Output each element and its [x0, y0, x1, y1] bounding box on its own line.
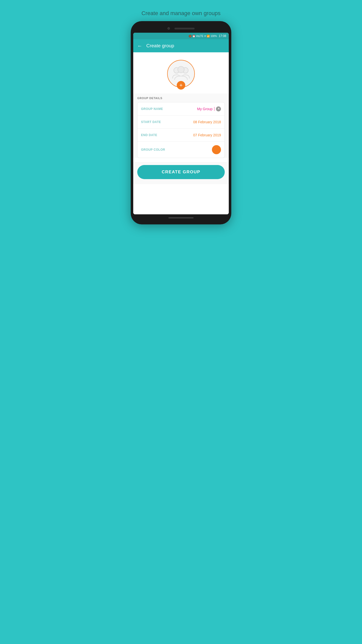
add-photo-button[interactable]: +	[177, 81, 185, 90]
phone-home-bar	[168, 217, 194, 218]
phone-camera	[167, 27, 170, 30]
create-button-section: CREATE GROUP	[133, 162, 229, 184]
section-label: GROUP DETAILS	[137, 97, 225, 100]
color-picker-dot[interactable]	[212, 145, 221, 154]
text-cursor	[214, 107, 215, 111]
group-color-row[interactable]: GROUP COLOR	[138, 142, 224, 158]
page-background-title: Create and manage own groups	[142, 10, 220, 17]
avatar-section: +	[133, 52, 229, 94]
start-date-value: 08 February 2018	[193, 120, 221, 124]
details-card: GROUP NAME My Group ✕ START DAT	[137, 102, 225, 158]
page-wrapper: Create and manage own groups 🔕 ⏰ VoLTE ⟳…	[128, 10, 234, 224]
phone-screen: 🔕 ⏰ VoLTE ⟳ 📶 100% 17:08 ← Create group	[133, 33, 229, 214]
status-icons-text: 🔕 ⏰ VoLTE ⟳ 📶	[189, 35, 210, 37]
group-name-label: GROUP NAME	[141, 107, 163, 111]
phone-bottom-bar	[133, 214, 229, 219]
start-date-label: START DATE	[141, 120, 161, 124]
svg-point-2	[178, 66, 184, 73]
avatar-container[interactable]: +	[167, 60, 195, 88]
start-date-row[interactable]: START DATE 08 February 2018	[138, 115, 224, 129]
end-date-row[interactable]: END DATE 07 February 2019	[138, 129, 224, 142]
group-avatar-icon	[171, 64, 191, 83]
phone-frame: 🔕 ⏰ VoLTE ⟳ 📶 100% 17:08 ← Create group	[131, 21, 231, 224]
back-button[interactable]: ←	[137, 43, 142, 49]
group-name-row[interactable]: GROUP NAME My Group ✕	[138, 102, 224, 115]
group-name-value[interactable]: My Group	[197, 107, 212, 111]
clear-button[interactable]: ✕	[216, 106, 221, 111]
add-icon: +	[179, 83, 183, 88]
phone-top-bar	[133, 25, 229, 33]
group-details-section: GROUP DETAILS GROUP NAME My Group ✕	[133, 94, 229, 158]
app-bar-title: Create group	[146, 43, 174, 49]
battery-text: 100%	[210, 35, 217, 37]
clear-icon: ✕	[217, 107, 220, 110]
end-date-value: 07 February 2019	[193, 133, 221, 137]
status-bar: 🔕 ⏰ VoLTE ⟳ 📶 100% 17:08	[133, 33, 229, 39]
content-area: + GROUP DETAILS GROUP NAME My Group	[133, 52, 229, 214]
app-bar: ← Create group	[133, 39, 229, 52]
group-name-input-wrapper: My Group ✕	[197, 106, 221, 111]
create-group-button[interactable]: CREATE GROUP	[137, 165, 225, 179]
status-time: 17:08	[219, 34, 226, 38]
group-color-label: GROUP COLOR	[141, 148, 165, 151]
end-date-label: END DATE	[141, 133, 157, 137]
bottom-space	[133, 184, 229, 214]
status-icons: 🔕 ⏰ VoLTE ⟳ 📶 100% 17:08	[189, 34, 226, 38]
phone-speaker	[174, 28, 195, 29]
